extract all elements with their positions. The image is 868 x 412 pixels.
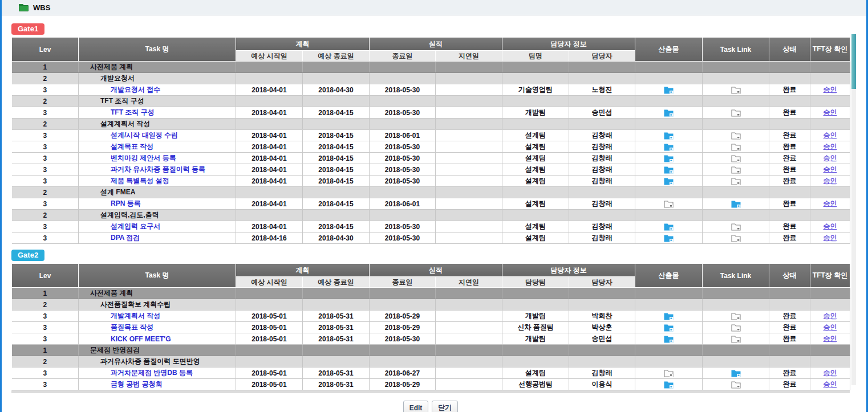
close-button[interactable]: 닫기 <box>432 401 458 412</box>
folder-blue-icon[interactable] <box>664 234 674 242</box>
folder-gray-icon[interactable] <box>731 381 741 389</box>
deliverable-cell <box>635 198 703 210</box>
tft-confirm-cell <box>810 288 850 299</box>
approve-link[interactable]: 승인 <box>824 142 837 150</box>
folder-blue-icon[interactable] <box>664 177 674 185</box>
approve-link[interactable]: 승인 <box>824 335 837 342</box>
approve-link[interactable]: 승인 <box>824 177 837 185</box>
folder-blue-icon[interactable] <box>664 335 674 343</box>
task-link-cell <box>703 141 769 153</box>
folder-blue-icon[interactable] <box>664 324 674 332</box>
task-name-link[interactable]: DPA 점검 <box>79 234 140 242</box>
folder-blue-icon[interactable] <box>664 132 674 140</box>
status-cell <box>769 288 810 299</box>
folder-gray-icon[interactable] <box>731 223 741 231</box>
task-link-cell <box>703 333 769 345</box>
plan-end-cell <box>303 288 370 299</box>
col-header-task-name: Task 명 <box>79 264 236 288</box>
folder-gray-icon[interactable] <box>664 369 674 377</box>
task-name-link[interactable]: TFT 조직 구성 <box>79 108 155 116</box>
table-row: 2개발요청서 <box>12 73 850 84</box>
folder-blue-icon[interactable] <box>664 312 674 320</box>
task-group-label: TFT 조직 구성 <box>79 97 144 105</box>
approve-link[interactable]: 승인 <box>824 131 837 139</box>
folder-gray-icon[interactable] <box>731 324 741 332</box>
deliverable-cell <box>635 73 703 84</box>
task-link-cell <box>703 153 769 164</box>
approve-link[interactable]: 승인 <box>824 323 837 331</box>
folder-blue-icon[interactable] <box>664 166 674 174</box>
task-name-link[interactable]: 설계/시작 대일정 수립 <box>79 131 178 139</box>
status-cell: 완료 <box>769 198 810 210</box>
folder-blue-icon[interactable] <box>664 154 674 162</box>
table-row: 3금형 공법 공청회2018-05-012018-05-312018-05-29… <box>12 379 850 390</box>
task-name-link[interactable]: 금형 공법 공청회 <box>79 380 163 388</box>
plan-end-cell: 2018-04-30 <box>303 84 370 96</box>
task-name-link[interactable]: KICK OFF MEET'G <box>79 335 171 343</box>
folder-gray-icon[interactable] <box>731 234 741 242</box>
task-name-link[interactable]: RPN 등록 <box>79 199 141 207</box>
col-header-tft-confirm: TFT장 확인 <box>810 264 850 288</box>
folder-gray-icon[interactable] <box>731 335 741 343</box>
task-name-link[interactable]: 설계목표 작성 <box>79 142 153 150</box>
folder-blue-icon[interactable] <box>664 143 674 151</box>
approve-link[interactable]: 승인 <box>824 154 837 162</box>
folder-gray-icon[interactable] <box>731 177 741 185</box>
vertical-scrollbar[interactable] <box>851 34 856 385</box>
col-header-status: 상태 <box>769 264 810 288</box>
task-name-link[interactable]: 품질목표 작성 <box>79 323 153 331</box>
approve-link[interactable]: 승인 <box>824 165 837 173</box>
owner-cell: 김창래 <box>569 221 635 232</box>
scrollbar-thumb[interactable] <box>851 34 856 89</box>
lev-cell: 2 <box>12 187 79 198</box>
folder-gray-icon[interactable] <box>731 312 741 320</box>
table-row: 2설계계획서 작성 <box>12 119 850 130</box>
approve-link[interactable]: 승인 <box>824 222 837 230</box>
plan-start-cell: 2018-04-01 <box>236 221 303 232</box>
task-link-cell <box>703 187 769 198</box>
status-cell: 완료 <box>769 221 810 232</box>
approve-link[interactable]: 승인 <box>824 234 837 242</box>
status-cell <box>769 345 810 356</box>
task-name-link[interactable]: 개발요청서 접수 <box>79 85 160 93</box>
plan-start-cell: 2018-04-16 <box>236 232 303 244</box>
lev-cell: 3 <box>12 164 79 176</box>
edit-button[interactable]: Edit <box>403 401 429 412</box>
approve-link[interactable]: 승인 <box>824 312 837 320</box>
gate1-badge: Gate1 <box>11 23 44 35</box>
folder-blue-icon[interactable] <box>664 86 674 94</box>
folder-blue-icon[interactable] <box>731 369 741 377</box>
approve-link[interactable]: 승인 <box>824 85 837 93</box>
task-name-link[interactable]: 과거차문제점 반영DB 등록 <box>79 369 193 377</box>
approve-link[interactable]: 승인 <box>824 199 837 207</box>
folder-blue-icon[interactable] <box>664 381 674 389</box>
folder-gray-icon[interactable] <box>731 166 741 174</box>
folder-gray-icon[interactable] <box>731 109 741 117</box>
plan-end-cell <box>303 299 370 311</box>
delay-cell <box>436 311 502 322</box>
task-name-link[interactable]: 설계입력 요구서 <box>79 222 160 230</box>
folder-blue-icon[interactable] <box>731 200 741 208</box>
owner-cell: 김창래 <box>569 232 635 244</box>
folder-gray-icon[interactable] <box>731 154 741 162</box>
task-name-cell: 개발요청서 <box>79 73 236 84</box>
approve-link[interactable]: 승인 <box>824 108 837 116</box>
task-name-link[interactable]: 벤치마킹 제안서 등록 <box>79 154 176 162</box>
folder-gray-icon[interactable] <box>731 132 741 140</box>
task-name-link[interactable]: 제품 특별특성 설정 <box>79 177 169 185</box>
folder-gray-icon[interactable] <box>731 86 741 94</box>
owner-cell <box>569 299 635 311</box>
col-header-tft-confirm: TFT장 확인 <box>810 38 850 62</box>
approve-link[interactable]: 승인 <box>824 380 837 388</box>
approve-link[interactable]: 승인 <box>824 369 837 377</box>
folder-gray-icon[interactable] <box>664 200 674 208</box>
tft-confirm-cell <box>810 356 850 368</box>
plan-start-cell: 2018-05-01 <box>236 379 303 390</box>
task-name-link[interactable]: 과거차 유사차종 품질이력 등록 <box>79 165 205 173</box>
task-name-link[interactable]: 개발계획서 작성 <box>79 312 160 320</box>
folder-gray-icon[interactable] <box>731 143 741 151</box>
folder-blue-icon[interactable] <box>664 223 674 231</box>
folder-blue-icon[interactable] <box>664 109 674 117</box>
col-header-task-link: Task Link <box>703 264 769 288</box>
team-cell <box>502 288 569 299</box>
